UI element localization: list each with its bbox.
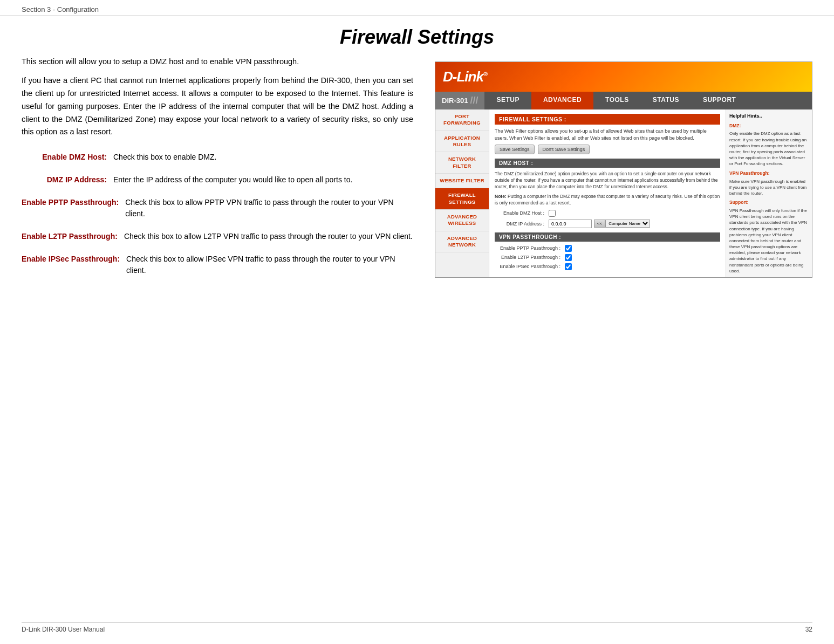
dmz-ip-row: DMZ IP Address : << Computer Name bbox=[495, 220, 720, 228]
vpn-pptp-row: Enable PPTP Passthrough : bbox=[495, 245, 720, 252]
hint-vpn-heading: VPN Passthrough: bbox=[729, 170, 809, 177]
dmz-note: Note: Putting a computer in the DMZ may … bbox=[495, 194, 720, 207]
sidebar-item-application-rules[interactable]: APPLICATION RULES bbox=[435, 131, 489, 153]
nav-item-support[interactable]: SUPPORT bbox=[691, 92, 748, 109]
router-main-desc: The Web Filter options allows you to set… bbox=[495, 128, 720, 141]
description-text: If you have a client PC that cannot run … bbox=[22, 74, 413, 139]
hint-support-text: VPN Passthrough will only function if th… bbox=[729, 208, 809, 274]
nav-item-status[interactable]: STATUS bbox=[641, 92, 691, 109]
content-area: This section will allow you to setup a D… bbox=[0, 56, 834, 287]
sidebar-item-advanced-network[interactable]: ADVANCED NETWORK bbox=[435, 231, 489, 253]
hint-dmz-heading: DMZ: bbox=[729, 123, 809, 129]
dmz-enable-row: Enable DMZ Host : bbox=[495, 210, 720, 217]
sidebar-item-firewall-settings[interactable]: FIREWALL SETTINGS bbox=[435, 188, 489, 210]
dmz-enable-checkbox[interactable] bbox=[549, 210, 556, 217]
hints-panel: Helpful Hints.. DMZ: Only enable the DMZ… bbox=[726, 109, 812, 277]
field-item: Enable L2TP Passthrough: Check this box … bbox=[22, 231, 413, 243]
dmz-ip-label: DMZ IP Address : bbox=[495, 221, 549, 227]
nav-model: DIR-301 /// bbox=[435, 92, 484, 109]
dmz-ip-input[interactable] bbox=[549, 220, 592, 228]
intro-text: This section will allow you to setup a D… bbox=[22, 56, 413, 68]
hints-title: Helpful Hints.. bbox=[729, 113, 809, 120]
field-item: Enable DMZ Host: Check this box to enabl… bbox=[22, 152, 413, 163]
hint-dmz-text: Only enable the DMZ option as a last res… bbox=[729, 131, 809, 167]
dlink-logo: D-Link® bbox=[443, 68, 487, 85]
dlink-header: D-Link® bbox=[435, 62, 812, 92]
dmz-ip-btn[interactable]: << bbox=[594, 220, 605, 228]
field-desc-3: Check this box to allow L2TP VPN traffic… bbox=[124, 231, 413, 243]
nav-item-setup[interactable]: SETUP bbox=[484, 92, 531, 109]
right-panel: D-Link® DIR-301 /// SETUP ADVANCED TOOLS… bbox=[435, 61, 812, 287]
nav-bar: DIR-301 /// SETUP ADVANCED TOOLS STATUS … bbox=[435, 92, 812, 109]
field-desc-1: Enter the IP address of the computer you… bbox=[113, 174, 413, 186]
field-label-2: Enable PPTP Passthrough: bbox=[22, 197, 125, 220]
model-text: DIR-301 bbox=[442, 97, 468, 105]
router-main-inner: FIREWALL SETTINGS : The Web Filter optio… bbox=[489, 109, 812, 277]
field-label-1: DMZ IP Address: bbox=[22, 174, 113, 186]
sidebar-item-network-filter[interactable]: NETWORK FILTER bbox=[435, 152, 489, 174]
field-label-0: Enable DMZ Host: bbox=[22, 152, 113, 163]
page-container: Section 3 - Configuration Firewall Setti… bbox=[0, 0, 834, 644]
dmz-note-text: Putting a computer in the DMZ may expose… bbox=[495, 194, 720, 205]
footer-left: D-Link DIR-300 User Manual bbox=[22, 626, 105, 633]
router-main: FIREWALL SETTINGS : The Web Filter optio… bbox=[489, 109, 812, 277]
nav-divider: /// bbox=[470, 95, 478, 106]
field-item: Enable IPSec Passthrough: Check this box… bbox=[22, 254, 413, 277]
vpn-pptp-checkbox[interactable] bbox=[565, 245, 572, 252]
firewall-section-title: FIREWALL SETTINGS : bbox=[495, 114, 720, 125]
field-list: Enable DMZ Host: Check this box to enabl… bbox=[22, 152, 413, 277]
dlink-logo-text: D-Link bbox=[443, 68, 483, 85]
dlink-logo-reg: ® bbox=[483, 71, 487, 77]
page-title: Firewall Settings bbox=[0, 16, 834, 56]
left-panel: This section will allow you to setup a D… bbox=[22, 56, 419, 287]
sidebar-item-advanced-wireless[interactable]: ADVANCED WIRELESS bbox=[435, 210, 489, 231]
router-content: FIREWALL SETTINGS : The Web Filter optio… bbox=[489, 109, 726, 277]
field-item: DMZ IP Address: Enter the IP address of … bbox=[22, 174, 413, 186]
router-body: PORT FORWARDING APPLICATION RULES NETWOR… bbox=[435, 109, 812, 277]
vpn-section-title: VPN PASSTHROUGH : bbox=[495, 232, 720, 242]
field-desc-2: Check this box to allow PPTP VPN traffic… bbox=[125, 197, 413, 220]
page-footer: D-Link DIR-300 User Manual 32 bbox=[22, 622, 812, 633]
vpn-l2tp-row: Enable L2TP Passthrough : bbox=[495, 254, 720, 261]
dmz-enable-label: Enable DMZ Host : bbox=[495, 210, 549, 216]
footer-right: 32 bbox=[805, 626, 812, 633]
nav-item-advanced[interactable]: ADVANCED bbox=[531, 92, 593, 109]
no-save-settings-button[interactable]: Don't Save Settings bbox=[538, 145, 590, 154]
field-desc-0: Check this box to enable DMZ. bbox=[113, 152, 413, 163]
vpn-l2tp-label: Enable L2TP Passthrough : bbox=[495, 255, 565, 260]
router-ui: D-Link® DIR-301 /// SETUP ADVANCED TOOLS… bbox=[435, 61, 812, 278]
dmz-note-label: Note: bbox=[495, 194, 507, 199]
field-item: Enable PPTP Passthrough: Check this box … bbox=[22, 197, 413, 220]
router-sidebar: PORT FORWARDING APPLICATION RULES NETWOR… bbox=[435, 109, 489, 277]
vpn-pptp-label: Enable PPTP Passthrough : bbox=[495, 245, 565, 251]
btn-row: Save Settings Don't Save Settings bbox=[495, 145, 720, 154]
hint-support-heading: Support: bbox=[729, 200, 809, 206]
nav-item-tools[interactable]: TOOLS bbox=[593, 92, 641, 109]
save-settings-button[interactable]: Save Settings bbox=[495, 145, 535, 154]
section-label: Section 3 - Configuration bbox=[22, 5, 99, 13]
dmz-section-title: DMZ HOST : bbox=[495, 159, 720, 168]
vpn-l2tp-checkbox[interactable] bbox=[565, 254, 572, 261]
page-header: Section 3 - Configuration bbox=[0, 0, 834, 16]
vpn-ipsec-label: Enable IPSec Passthrough : bbox=[495, 264, 565, 269]
field-label-4: Enable IPSec Passthrough: bbox=[22, 254, 126, 277]
dmz-desc: The DMZ (Demilitarized Zone) option prov… bbox=[495, 171, 720, 190]
vpn-ipsec-row: Enable IPSec Passthrough : bbox=[495, 263, 720, 270]
computer-name-select[interactable]: Computer Name bbox=[605, 220, 650, 228]
field-label-3: Enable L2TP Passthrough: bbox=[22, 231, 124, 243]
sidebar-item-website-filter[interactable]: WEBSITE FILTER bbox=[435, 174, 489, 188]
vpn-section: VPN PASSTHROUGH : Enable PPTP Passthroug… bbox=[495, 232, 720, 270]
sidebar-item-port-forwarding[interactable]: PORT FORWARDING bbox=[435, 109, 489, 131]
vpn-ipsec-checkbox[interactable] bbox=[565, 263, 572, 270]
field-desc-4: Check this box to allow IPSec VPN traffi… bbox=[126, 254, 413, 277]
hint-vpn-text: Make sure VPN passthrough is enabled if … bbox=[729, 179, 809, 197]
nav-items: SETUP ADVANCED TOOLS STATUS SUPPORT bbox=[484, 92, 812, 109]
